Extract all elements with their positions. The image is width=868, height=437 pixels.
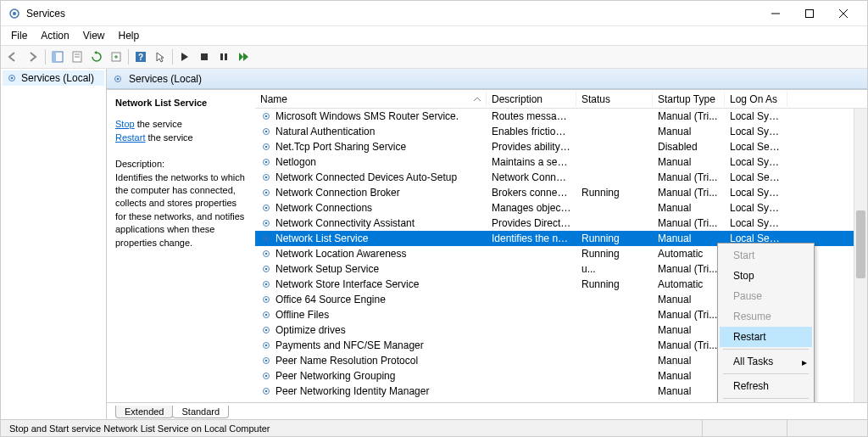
service-name: Network Connectivity Assistant — [275, 217, 415, 229]
svg-point-30 — [265, 176, 268, 179]
service-logon: Local Syst... — [725, 126, 787, 137]
gear-icon — [260, 385, 272, 397]
service-row[interactable]: Natural AuthenticationEnables friction-f… — [255, 124, 867, 139]
service-startup: Manual (Tri... — [653, 309, 725, 321]
stop-link[interactable]: Stop — [115, 119, 135, 129]
menu-separator — [723, 398, 809, 399]
col-status[interactable]: Status — [576, 92, 653, 107]
service-name: Natural Authentication — [275, 126, 375, 137]
col-name[interactable]: Name — [255, 92, 487, 107]
start-service-button[interactable] — [175, 48, 194, 66]
selected-service-name: Network List Service — [115, 97, 247, 109]
col-startup[interactable]: Startup Type — [653, 92, 725, 107]
svg-rect-14 — [201, 53, 208, 60]
menubar: File Action View Help — [1, 26, 867, 45]
show-hide-tree-button[interactable] — [48, 48, 67, 66]
gear-icon — [260, 110, 272, 122]
gear-icon — [260, 187, 272, 199]
refresh-button[interactable] — [87, 48, 106, 66]
scrollbar-thumb[interactable] — [856, 210, 865, 278]
svg-point-22 — [265, 115, 268, 118]
menu-item-start: Start — [720, 245, 812, 266]
service-row[interactable]: Network ConnectionsManages objects...Man… — [255, 200, 867, 216]
menu-item-restart[interactable]: Restart — [720, 327, 812, 347]
menu-help[interactable]: Help — [112, 28, 147, 43]
gear-icon — [260, 355, 272, 367]
col-logon[interactable]: Log On As — [725, 92, 787, 107]
service-desc: Routes messages... — [487, 110, 576, 122]
restart-link[interactable]: Restart — [115, 132, 145, 143]
menu-separator — [723, 373, 809, 374]
service-row[interactable]: NetlogonMaintains a secur...ManualLocal … — [255, 154, 867, 170]
gear-icon — [260, 324, 272, 336]
maximize-button[interactable] — [793, 2, 826, 25]
restart-service-button[interactable] — [234, 48, 253, 66]
service-name: Peer Name Resolution Protocol — [275, 355, 418, 367]
content: Services (Local) Services (Local) Networ… — [1, 69, 867, 419]
service-row[interactable]: Microsoft Windows SMS Router Service.Rou… — [255, 109, 867, 124]
svg-point-1 — [13, 12, 16, 15]
gear-icon — [260, 263, 272, 275]
svg-point-42 — [265, 268, 268, 271]
menu-action[interactable]: Action — [34, 28, 75, 43]
menu-item-refresh[interactable]: Refresh — [720, 376, 812, 396]
export-button[interactable] — [107, 48, 125, 66]
service-startup: Manual — [653, 233, 725, 244]
svg-point-28 — [265, 161, 268, 164]
service-name: Optimize drives — [275, 324, 346, 336]
service-startup: Manual — [653, 156, 725, 168]
pause-service-button[interactable] — [214, 48, 233, 66]
list-pane: Name Description Status Startup Type Log… — [255, 90, 867, 402]
service-row[interactable]: Network Connected Devices Auto-SetupNetw… — [255, 170, 867, 185]
pointer-button[interactable] — [151, 48, 170, 66]
minimize-button[interactable] — [759, 2, 793, 25]
tab-extended[interactable]: Extended — [115, 406, 173, 418]
svg-point-56 — [265, 375, 268, 378]
back-button[interactable] — [4, 48, 23, 66]
col-description[interactable]: Description — [487, 92, 576, 107]
forward-button[interactable] — [24, 48, 42, 66]
service-name: Network List Service — [275, 233, 368, 244]
svg-rect-3 — [806, 9, 814, 17]
description-label: Description: — [115, 158, 247, 171]
service-startup: Manual (Tri... — [653, 339, 725, 351]
menu-view[interactable]: View — [76, 28, 112, 43]
gear-icon — [260, 294, 272, 305]
tree-node-label: Services (Local) — [21, 72, 94, 84]
menu-item-resume: Resume — [720, 306, 812, 327]
help-button[interactable]: ? — [131, 48, 150, 66]
service-startup: Manual — [653, 294, 725, 305]
menu-item-pause: Pause — [720, 286, 812, 306]
service-status: Running — [576, 248, 653, 260]
menu-file[interactable]: File — [4, 28, 34, 43]
service-logon: Local Syst... — [725, 202, 787, 214]
tree-node-services-local[interactable]: Services (Local) — [3, 70, 104, 86]
service-name: Network Connection Broker — [275, 187, 400, 199]
svg-point-26 — [265, 146, 268, 148]
gear-icon — [260, 156, 272, 168]
scrollbar[interactable] — [854, 109, 867, 402]
menu-item-all-tasks[interactable]: All Tasks▸ — [720, 351, 812, 372]
stop-service-button[interactable] — [195, 48, 214, 66]
service-row[interactable]: Network Connection BrokerBrokers connect… — [255, 185, 867, 200]
service-name: Network Connected Devices Auto-Setup — [275, 171, 457, 183]
service-status: Running — [576, 278, 653, 290]
service-row[interactable]: Net.Tcp Port Sharing ServiceProvides abi… — [255, 139, 867, 154]
gear-icon — [260, 309, 272, 321]
tab-standard[interactable]: Standard — [172, 406, 229, 418]
close-button[interactable] — [826, 2, 860, 25]
service-row[interactable]: Network Connectivity AssistantProvides D… — [255, 216, 867, 231]
service-startup: Automatic — [653, 278, 725, 290]
properties-button[interactable] — [68, 48, 86, 66]
action-links: Stop the service Restart the service — [115, 118, 247, 144]
service-name: Network Store Interface Service — [275, 278, 419, 290]
gear-icon — [260, 202, 272, 214]
svg-rect-16 — [225, 53, 227, 60]
service-startup: Manual (Tri... — [653, 171, 725, 183]
menu-item-properties[interactable]: Properties — [720, 401, 812, 402]
svg-point-46 — [265, 299, 268, 301]
menu-item-stop[interactable]: Stop — [720, 266, 812, 286]
service-desc: Enables friction-fr... — [487, 126, 576, 137]
gear-icon — [260, 339, 272, 351]
svg-rect-7 — [53, 52, 56, 62]
